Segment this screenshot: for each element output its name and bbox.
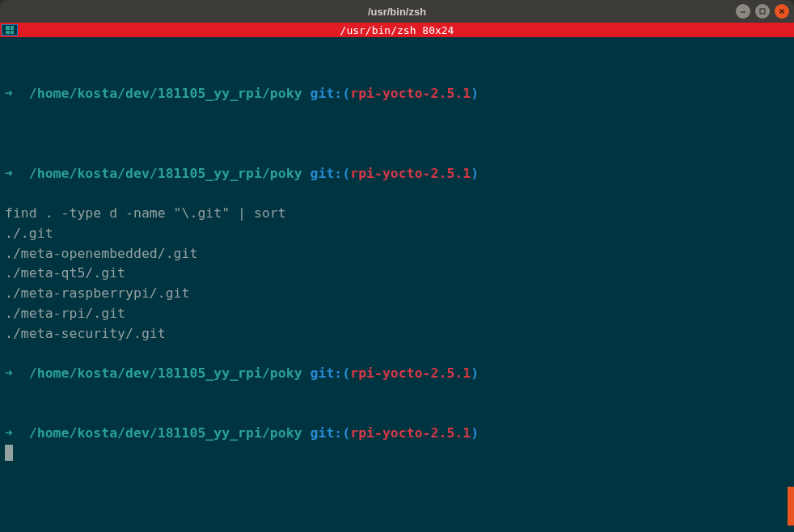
prompt-arrow-icon: ➜ — [5, 425, 13, 441]
minimize-button[interactable] — [736, 4, 750, 19]
git-branch: rpi-yocto-2.5.1 — [350, 166, 471, 181]
git-label: git: — [310, 425, 343, 441]
paren-open: ( — [342, 425, 350, 441]
paren-close: ) — [471, 365, 479, 381]
prompt-arrow-icon: ➜ — [5, 166, 13, 181]
paren-open: ( — [342, 86, 350, 101]
paren-open: ( — [342, 365, 350, 381]
paren-close: ) — [471, 166, 479, 181]
prompt-line: ➜ /home/kosta/dev/181105_yy_rpi/poky git… — [5, 164, 789, 184]
git-label: git: — [310, 166, 343, 181]
output-line: ./meta-qt5/.git — [5, 264, 789, 284]
git-label: git: — [310, 365, 343, 381]
prompt-path: /home/kosta/dev/181105_yy_rpi/poky — [29, 166, 302, 181]
maximize-button[interactable] — [755, 4, 770, 19]
svg-rect-1 — [760, 9, 765, 14]
prompt-arrow-icon: ➜ — [5, 365, 13, 381]
git-branch: rpi-yocto-2.5.1 — [350, 86, 471, 101]
paren-open: ( — [342, 166, 350, 181]
output-line: ./meta-rpi/.git — [5, 304, 789, 324]
prompt-arrow-icon: ➜ — [5, 86, 13, 101]
prompt-path: /home/kosta/dev/181105_yy_rpi/poky — [29, 365, 302, 381]
output-line: ./meta-raspberrypi/.git — [5, 284, 789, 304]
terminal-tab-icon — [6, 26, 14, 34]
prompt-line: ➜ /home/kosta/dev/181105_yy_rpi/poky git… — [5, 84, 789, 104]
prompt-path: /home/kosta/dev/181105_yy_rpi/poky — [29, 425, 302, 441]
prompt-line: ➜ /home/kosta/dev/181105_yy_rpi/poky git… — [5, 424, 789, 444]
tab-indicator[interactable] — [2, 24, 18, 36]
prompt-path: /home/kosta/dev/181105_yy_rpi/poky — [29, 86, 302, 101]
git-label: git: — [310, 86, 343, 101]
paren-close: ) — [471, 425, 479, 441]
window-title: /usr/bin/zsh — [368, 6, 426, 18]
window-titlebar: /usr/bin/zsh — [0, 0, 794, 23]
tab-bar: /usr/bin/zsh 80x24 — [0, 23, 794, 37]
output-line: ./meta-openembedded/.git — [5, 244, 789, 264]
scrollbar-thumb[interactable] — [788, 487, 794, 526]
input-line[interactable] — [5, 444, 789, 464]
cursor-icon — [5, 445, 13, 461]
output-line: ./.git — [5, 224, 789, 244]
prompt-line: ➜ /home/kosta/dev/181105_yy_rpi/poky git… — [5, 364, 789, 384]
window-controls — [736, 4, 789, 19]
terminal-viewport[interactable]: ➜ /home/kosta/dev/181105_yy_rpi/poky git… — [0, 37, 794, 532]
git-branch: rpi-yocto-2.5.1 — [350, 425, 471, 441]
paren-close: ) — [471, 86, 479, 101]
tab-title: /usr/bin/zsh 80x24 — [340, 24, 454, 36]
close-button[interactable] — [775, 4, 789, 19]
tab-separator — [18, 23, 20, 37]
command-line: find . -type d -name "\.git" | sort — [5, 204, 789, 224]
output-line: ./meta-security/.git — [5, 324, 789, 344]
git-branch: rpi-yocto-2.5.1 — [350, 365, 471, 381]
